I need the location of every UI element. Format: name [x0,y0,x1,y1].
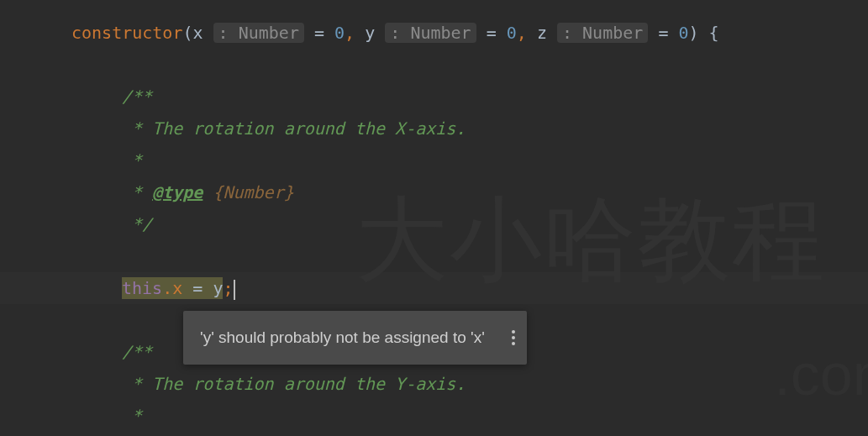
keyword-constructor: constructor [71,23,182,43]
jsdoc-tag-type: @type [152,182,203,202]
blank-line[interactable] [0,49,868,81]
identifier-y: y [213,278,223,298]
default-x: 0 [334,23,345,43]
field-x: .x [162,278,182,298]
param-x: x [193,23,203,43]
default-y: 0 [507,23,517,43]
param-y: y [365,23,375,43]
more-actions-icon[interactable] [512,330,515,345]
doc-line[interactable]: */ [0,208,868,240]
brace-open: { [709,23,719,43]
code-line-assignment[interactable]: this.x = y; [0,272,868,304]
code-editor[interactable]: constructor(x : Number = 0, y : Number =… [0,0,868,432]
jsdoc-type: {Number} [203,182,293,202]
doc-line[interactable]: * [0,144,868,176]
doc-line[interactable]: * [0,400,868,432]
keyword-this: this [122,278,162,298]
type-hint-y: : Number [385,23,476,43]
paren-open: ( [182,23,192,43]
inspection-tooltip[interactable]: 'y' should probably not be assigned to '… [183,311,527,365]
default-z: 0 [678,23,688,43]
text-cursor [234,280,235,300]
tooltip-message: 'y' should probably not be assigned to '… [200,323,485,353]
doc-line[interactable]: * The rotation around the Y-axis. [0,368,868,400]
blank-line[interactable] [0,240,868,272]
type-hint-z: : Number [557,23,648,43]
semicolon: ; [223,278,233,298]
code-line-signature[interactable]: constructor(x : Number = 0, y : Number =… [0,17,868,49]
param-z: z [537,23,547,43]
doc-line[interactable]: * @type {Number} [0,176,868,208]
type-hint-x: : Number [213,23,304,43]
doc-line[interactable]: * The rotation around the X-axis. [0,113,868,144]
doc-line[interactable]: /** [0,81,868,113]
